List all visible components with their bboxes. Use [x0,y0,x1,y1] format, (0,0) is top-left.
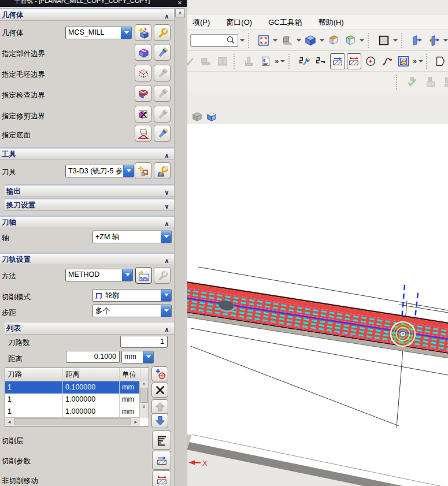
remove-pass-button[interactable] [151,383,168,398]
toolbar-overflow-dropdown-icon[interactable] [419,60,423,65]
section-list[interactable]: 列表 ∧ [5,322,174,335]
edit-geometry-button[interactable] [154,24,171,41]
section-tool[interactable]: 工具 ∧ [0,147,174,160]
scroll-left-icon[interactable]: ◄ [5,420,13,425]
highlight-check-boundary-button[interactable] [154,85,171,102]
table-row[interactable]: 1 1.000000 mm [5,406,149,418]
fit-view-button[interactable] [256,32,271,49]
table-row[interactable]: 1 1.000000 mm [5,394,149,406]
chevron-up-icon[interactable]: ∧ [164,218,169,229]
shop-doc-button[interactable] [258,53,273,69]
chevron-up-icon[interactable]: ∧ [164,10,169,22]
scroll-right-icon[interactable]: ► [132,420,140,425]
menu-help[interactable]: 帮助(H) [319,17,344,28]
geometry-select[interactable]: MCS_MILL [65,27,132,39]
tool-select[interactable]: T3-D3 (铣刀-5 参 [65,165,134,177]
select-check-boundary-button[interactable] [135,85,151,102]
toolbar-grip[interactable] [426,54,430,69]
edit-section-button[interactable] [343,32,358,49]
cell-pass[interactable]: 1 [5,406,63,418]
cell-unit[interactable]: mm [120,406,140,418]
toolbar-grip[interactable] [396,75,401,90]
add-pass-button[interactable] [151,366,168,381]
chevron-down-icon[interactable] [123,165,134,177]
chevron-up-icon[interactable]: ∧ [164,150,169,161]
chevron-down-icon[interactable]: ∨ [164,187,169,198]
orient-view-button[interactable] [303,32,318,49]
menu-window[interactable]: 窗口(O) [226,17,252,28]
stepover-select[interactable]: 多个 [92,305,172,317]
machine-verify-button[interactable] [441,74,448,90]
orient-view-dropdown-icon[interactable] [320,39,324,44]
dialog-title-bar[interactable]: 平面铣 - [PLANAR_MILL_COPY_COPY_COPY] ✕ [0,0,187,7]
chevron-down-icon[interactable] [143,351,153,363]
cell-pass[interactable]: 1 [5,394,63,406]
cell-distance[interactable]: 1.000000 [63,406,120,418]
move-up-button[interactable] [151,399,168,414]
section-output[interactable]: 输出 ∨ [5,184,174,197]
scroll-thumb[interactable] [14,418,131,425]
menu-preferences[interactable]: 项(P) [192,17,210,28]
passes-table[interactable]: 刀路 距离 单位 1 0.100000 mm 1 1.000000 mm 1 1… [5,368,149,426]
import-view-dropdown-icon[interactable] [443,39,448,44]
render-style-button[interactable] [279,32,294,49]
axis-select[interactable]: +ZM 轴 [92,231,172,243]
toolbar-overflow-dropdown-icon[interactable] [280,60,285,65]
highlight-part-boundary-button[interactable] [154,44,171,61]
cell-unit[interactable]: mm [120,381,140,394]
move-down-button[interactable] [151,413,168,428]
cell-pass[interactable]: 1 [5,381,63,394]
cut-levels-button[interactable] [152,431,171,450]
chevron-down-icon[interactable] [161,305,171,317]
distance-unit-select[interactable]: mm [121,351,154,363]
blue-cube-dashed-icon[interactable] [206,111,217,123]
new-tool-button[interactable] [135,162,151,179]
fit-view-dropdown-icon[interactable] [273,39,277,44]
scroll-up-icon[interactable]: ∧ [140,381,148,387]
chevron-up-icon[interactable]: ∧ [164,324,169,335]
close-icon[interactable]: ✕ [175,0,185,6]
scroll-down-icon[interactable]: ∨ [140,404,148,409]
highlight-floor-button[interactable] [154,125,171,142]
select-blank-boundary-button[interactable] [135,65,151,81]
chevron-down-icon[interactable] [121,27,131,39]
toolbar-overflow[interactable]: » [275,58,279,64]
section-tool-axis[interactable]: 刀轴 ∧ [0,216,174,228]
non-cutting-toolbar-button[interactable] [347,53,362,69]
chevron-up-icon[interactable]: ∧ [164,255,169,266]
select-part-boundary-button[interactable] [135,44,151,61]
table-row[interactable]: 1 0.100000 mm [5,381,149,394]
edit-tool-button[interactable] [154,162,171,179]
passes-input[interactable]: 1 [120,336,168,348]
highlight-trim-boundary-button[interactable] [154,106,171,123]
col-header-unit[interactable]: 单位 [120,368,140,381]
import-view-button[interactable] [427,32,442,49]
clip-section-button[interactable] [326,32,341,49]
edit-object-display-button[interactable] [297,53,312,69]
col-header-pass[interactable]: 刀路 [5,368,63,381]
new-method-button[interactable] [135,267,152,284]
section-toolchange[interactable]: 换刀设置 ∨ [5,198,174,211]
gray-cube-icon[interactable] [191,111,203,123]
section-geometry[interactable]: 几何体 ∧ [0,8,174,21]
cell-distance[interactable]: 0.100000 [63,381,120,394]
distance-input[interactable]: 0.1000 [66,351,120,363]
scroll-up-button[interactable]: ∧ [175,8,185,17]
chevron-down-icon[interactable]: ∨ [164,201,169,212]
object-display-button[interactable] [397,53,412,69]
menu-gc-toolbox[interactable]: GC工具箱 [268,17,302,28]
table-vertical-scrollbar[interactable]: ∧ ∨ [139,381,149,418]
machine-sim-button[interactable] [199,53,214,69]
dialog-scrollbar[interactable]: ∧ [174,8,186,486]
chevron-down-icon[interactable] [161,231,171,243]
chevron-down-icon[interactable] [122,269,132,281]
toolbar-overflow[interactable]: » [413,58,417,64]
edit-section-dropdown-icon[interactable] [360,39,364,44]
method-select[interactable]: METHOD [65,269,133,281]
cut-pattern-select[interactable]: 轮廓 [92,289,172,302]
render-style-dropdown-icon[interactable] [297,39,301,44]
graphics-viewport[interactable]: X [187,124,448,486]
highlight-blank-boundary-button[interactable] [154,65,171,81]
flag-tool-button[interactable] [433,53,448,69]
section-path-settings[interactable]: 刀轨设置 ∧ [0,253,174,265]
